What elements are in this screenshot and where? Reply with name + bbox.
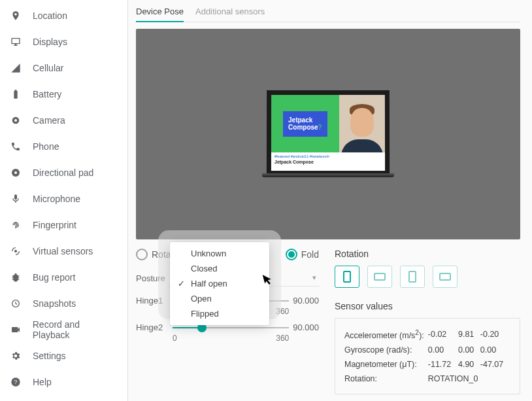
posture-dropdown-menu: Unknown Closed Half open Open Flipped bbox=[170, 242, 269, 325]
sidebar-item-virtual-sensors[interactable]: Virtual sensors bbox=[0, 238, 127, 264]
sidebar-item-snapshots[interactable]: Snapshots bbox=[0, 290, 127, 317]
preview-hashtags: #featured #android11 #betalaunch bbox=[274, 154, 382, 158]
sidebar-item-label: Battery bbox=[33, 89, 61, 99]
tab-device-pose[interactable]: Device Pose bbox=[136, 7, 184, 22]
posture-option-unknown[interactable]: Unknown bbox=[170, 246, 269, 261]
location-icon bbox=[9, 9, 22, 22]
sidebar-item-directional-pad[interactable]: Directional pad bbox=[0, 160, 127, 186]
sensor-values-title: Sensor values bbox=[335, 301, 520, 311]
sidebar-item-help[interactable]: ? Help bbox=[0, 369, 127, 395]
rotation-btn-90[interactable] bbox=[367, 266, 392, 288]
radio-fold[interactable]: Fold bbox=[286, 249, 319, 260]
slider-min: 0 bbox=[173, 334, 177, 343]
sidebar-item-cellular[interactable]: Cellular bbox=[0, 55, 127, 81]
sensor-row-magnetometer: Magnetometer (μT): -11.72 4.90 -47.07 bbox=[344, 357, 510, 372]
sidebar-item-settings[interactable]: Settings bbox=[0, 343, 127, 369]
snapshots-icon bbox=[9, 297, 22, 310]
settings-icon bbox=[9, 349, 22, 362]
tabs: Device Pose Additional sensors bbox=[136, 7, 520, 22]
posture-option-flipped[interactable]: Flipped bbox=[170, 306, 269, 321]
hinge2-value[interactable]: 90.000 bbox=[293, 323, 319, 332]
sidebar-item-label: Bug report bbox=[33, 272, 75, 283]
svg-text:?: ? bbox=[14, 379, 18, 385]
sensor-row-rotation: Rotation: ROTATION_0 bbox=[344, 372, 510, 386]
sidebar-item-label: Directional pad bbox=[33, 167, 93, 178]
dpad-icon bbox=[9, 166, 22, 179]
svg-point-1 bbox=[14, 119, 17, 122]
posture-option-half-open[interactable]: Half open bbox=[170, 276, 269, 291]
sidebar-item-label: Help bbox=[33, 377, 52, 387]
sensor-row-gyroscope: Gyroscope (rad/s): 0.00 0.00 0.00 bbox=[344, 343, 510, 357]
sidebar-item-label: Microphone bbox=[33, 194, 80, 204]
sidebar-item-camera[interactable]: Camera bbox=[0, 107, 127, 133]
rotation-btn-0[interactable] bbox=[335, 266, 359, 288]
preview-badge: Jetpack Compose? bbox=[283, 111, 327, 137]
preview-title: Jetpack Compose bbox=[274, 160, 382, 164]
sidebar-item-label: Settings bbox=[33, 351, 66, 361]
sidebar-item-label: Snapshots bbox=[33, 298, 76, 309]
phone-icon bbox=[9, 140, 22, 153]
sidebar-item-record-playback[interactable]: Record and Playback bbox=[0, 317, 127, 343]
device-mock: Jetpack Compose? #featured #android11 #b… bbox=[267, 90, 390, 177]
pose-controls: Rotate Fold Posture Hinge1 bbox=[136, 249, 319, 394]
sidebar-item-label: Camera bbox=[33, 115, 65, 126]
sidebar-item-bug-report[interactable]: Bug report bbox=[0, 264, 127, 290]
displays-icon bbox=[9, 35, 22, 48]
hinge1-value[interactable]: 90.000 bbox=[293, 296, 319, 305]
posture-option-open[interactable]: Open bbox=[170, 291, 269, 306]
tab-additional-sensors[interactable]: Additional sensors bbox=[195, 7, 265, 22]
hinge2-label: Hinge2 bbox=[136, 323, 169, 332]
record-icon bbox=[9, 323, 22, 336]
rotation-btn-180[interactable] bbox=[400, 266, 425, 288]
rotation-and-sensors: Rotation Sensor values Accelerometer (m/… bbox=[335, 249, 520, 394]
battery-icon bbox=[9, 88, 22, 101]
sidebar: Location Displays Cellular Battery Camer… bbox=[0, 0, 128, 401]
help-icon: ? bbox=[9, 375, 22, 389]
sidebar-item-label: Displays bbox=[33, 37, 67, 47]
sidebar-item-phone[interactable]: Phone bbox=[0, 133, 127, 160]
hinge2-slider[interactable] bbox=[173, 327, 289, 328]
posture-option-closed[interactable]: Closed bbox=[170, 261, 269, 276]
sidebar-item-label: Location bbox=[33, 10, 67, 21]
sidebar-item-label: Phone bbox=[33, 141, 59, 152]
sidebar-item-label: Record and Playback bbox=[33, 319, 118, 340]
sidebar-item-label: Virtual sensors bbox=[33, 246, 93, 256]
sidebar-item-label: Cellular bbox=[33, 63, 63, 73]
sidebar-item-microphone[interactable]: Microphone bbox=[0, 186, 127, 212]
slider-max: 360 bbox=[276, 334, 289, 343]
sidebar-item-label: Fingerprint bbox=[33, 220, 76, 230]
camera-icon bbox=[9, 114, 22, 127]
sensor-values-box: Accelerometer (m/s2): -0.02 9.81 -0.20 G… bbox=[335, 318, 520, 394]
preview-person bbox=[339, 95, 385, 152]
device-preview[interactable]: Jetpack Compose? #featured #android11 #b… bbox=[136, 29, 520, 239]
sidebar-item-location[interactable]: Location bbox=[0, 3, 127, 29]
cellular-icon bbox=[9, 61, 22, 75]
sensor-row-accelerometer: Accelerometer (m/s2): -0.02 9.81 -0.20 bbox=[344, 326, 510, 343]
bug-icon bbox=[9, 271, 22, 284]
rotation-btn-270[interactable] bbox=[433, 266, 457, 288]
sidebar-item-fingerprint[interactable]: Fingerprint bbox=[0, 212, 127, 238]
rotation-title: Rotation bbox=[335, 249, 520, 259]
sidebar-item-displays[interactable]: Displays bbox=[0, 29, 127, 55]
svg-point-4 bbox=[15, 251, 17, 253]
fingerprint-icon bbox=[9, 218, 22, 232]
sensors-icon bbox=[9, 245, 22, 258]
microphone-icon bbox=[9, 192, 22, 205]
main-panel: Device Pose Additional sensors Jetpack C… bbox=[128, 0, 532, 401]
svg-point-3 bbox=[14, 171, 17, 174]
sidebar-item-battery[interactable]: Battery bbox=[0, 81, 127, 107]
radio-fold-label: Fold bbox=[301, 249, 319, 260]
